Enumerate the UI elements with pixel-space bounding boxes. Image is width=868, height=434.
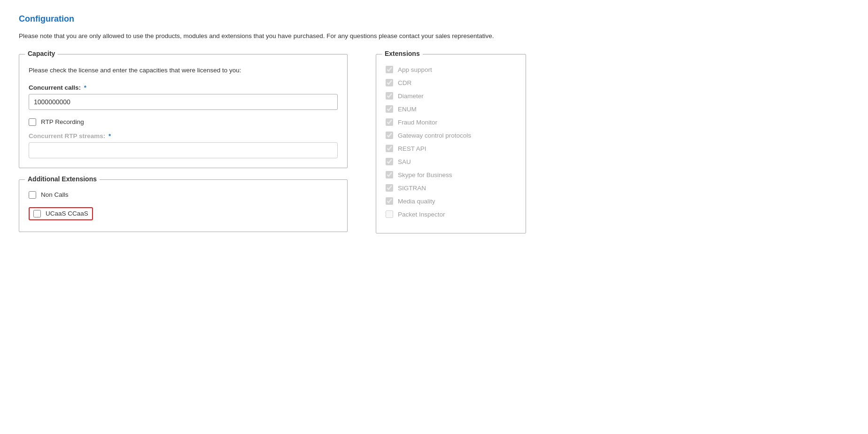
concurrent-calls-input[interactable] xyxy=(29,94,338,110)
extension-checkbox-gateway-control-protocols[interactable] xyxy=(386,132,393,139)
extensions-legend: Extensions xyxy=(382,50,423,57)
info-text: Please note that you are only allowed to… xyxy=(19,31,849,41)
capacity-fieldset: Capacity Please check the license and en… xyxy=(19,54,348,168)
extensions-fieldset: Extensions App supportCDRDiameterENUMFra… xyxy=(376,54,526,233)
extension-row: Packet Inspector xyxy=(386,210,516,218)
extension-label: App support xyxy=(398,66,432,73)
extension-row: ENUM xyxy=(386,105,516,113)
required-star-calls: * xyxy=(84,84,86,91)
extension-row: SIGTRAN xyxy=(386,184,516,192)
required-star-rtp: * xyxy=(108,132,111,140)
rtp-recording-checkbox[interactable] xyxy=(29,118,36,126)
rtp-recording-label: RTP Recording xyxy=(41,118,84,125)
extension-row: App support xyxy=(386,66,516,73)
extension-checkbox-rest-api[interactable] xyxy=(386,145,393,152)
ucaas-label: UCaaS CCaaS xyxy=(46,210,88,217)
extension-row: Fraud Monitor xyxy=(386,118,516,126)
additional-extensions-fieldset: Additional Extensions Non Calls UCaaS CC… xyxy=(19,179,348,232)
extension-label: SAU xyxy=(398,158,411,165)
non-calls-checkbox[interactable] xyxy=(29,191,36,199)
extension-label: Gateway control protocols xyxy=(398,132,471,139)
right-column: Extensions App supportCDRDiameterENUMFra… xyxy=(376,54,526,233)
extensions-list: App supportCDRDiameterENUMFraud MonitorG… xyxy=(386,66,516,218)
extension-label: SIGTRAN xyxy=(398,185,426,192)
extension-checkbox-sau[interactable] xyxy=(386,158,393,165)
extension-label: Packet Inspector xyxy=(398,211,445,218)
extension-checkbox-fraud-monitor[interactable] xyxy=(386,118,393,126)
extension-checkbox-packet-inspector[interactable] xyxy=(386,210,393,218)
extension-checkbox-media-quality[interactable] xyxy=(386,197,393,205)
concurrent-rtp-input[interactable] xyxy=(29,142,338,158)
ucaas-highlighted-row: UCaaS CCaaS xyxy=(29,207,338,222)
extension-checkbox-diameter[interactable] xyxy=(386,92,393,100)
extension-row: Gateway control protocols xyxy=(386,132,516,139)
extension-row: CDR xyxy=(386,79,516,86)
concurrent-calls-label: Concurrent calls: * xyxy=(29,84,338,91)
non-calls-label: Non Calls xyxy=(41,191,69,198)
non-calls-row: Non Calls xyxy=(29,191,338,199)
extension-row: Skype for Business xyxy=(386,171,516,178)
extension-checkbox-sigtran[interactable] xyxy=(386,184,393,192)
extension-label: CDR xyxy=(398,79,411,86)
capacity-description: Please check the license and enter the c… xyxy=(29,66,338,75)
extension-checkbox-skype-for-business[interactable] xyxy=(386,171,393,178)
ucaas-highlight-box: UCaaS CCaaS xyxy=(29,207,93,220)
extension-checkbox-cdr[interactable] xyxy=(386,79,393,86)
page-title: Configuration xyxy=(19,14,849,24)
extension-label: Diameter xyxy=(398,93,424,100)
extension-label: Media quality xyxy=(398,198,435,205)
rtp-recording-row: RTP Recording xyxy=(29,118,338,126)
extension-row: SAU xyxy=(386,158,516,165)
extension-label: ENUM xyxy=(398,106,417,113)
extension-checkbox-app-support[interactable] xyxy=(386,66,393,73)
extension-label: Skype for Business xyxy=(398,171,452,178)
left-column: Capacity Please check the license and en… xyxy=(19,54,348,232)
capacity-legend: Capacity xyxy=(25,50,58,57)
extension-label: REST API xyxy=(398,145,426,152)
ucaas-checkbox[interactable] xyxy=(33,210,41,217)
additional-extensions-legend: Additional Extensions xyxy=(25,175,100,183)
extension-row: REST API xyxy=(386,145,516,152)
extension-row: Diameter xyxy=(386,92,516,100)
main-layout: Capacity Please check the license and en… xyxy=(19,54,849,233)
extension-row: Media quality xyxy=(386,197,516,205)
extension-checkbox-enum[interactable] xyxy=(386,105,393,113)
concurrent-rtp-label: Concurrent RTP streams: * xyxy=(29,132,338,140)
extension-label: Fraud Monitor xyxy=(398,119,437,126)
